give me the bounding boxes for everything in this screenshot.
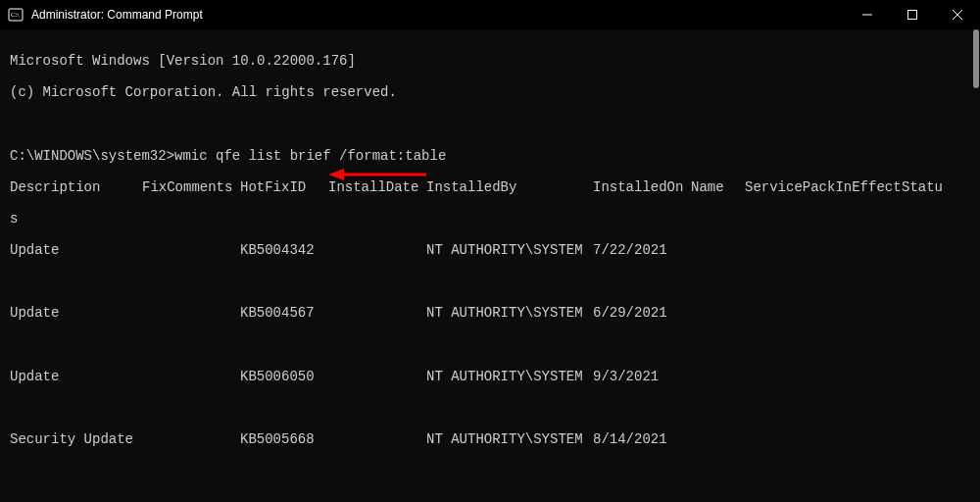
terminal-output[interactable]: Microsoft Windows [Version 10.0.22000.17… (0, 29, 980, 502)
table-row: UpdateKB5004567NT AUTHORITY\SYSTEM6/29/2… (10, 305, 970, 321)
window-controls (845, 0, 980, 29)
cell-description: Update (10, 242, 142, 258)
cell-installedby: NT AUTHORITY\SYSTEM (426, 431, 593, 447)
maximize-button[interactable] (890, 0, 935, 29)
cell-installedby: NT AUTHORITY\SYSTEM (426, 305, 593, 321)
cell-installedon: 6/29/2021 (593, 305, 691, 321)
banner-line2: (c) Microsoft Corporation. All rights re… (10, 84, 970, 100)
cmd-icon: C:\ (8, 7, 24, 23)
table-headers: DescriptionFixCommentsHotFixIDInstallDat… (10, 179, 970, 195)
cell-installedby: NT AUTHORITY\SYSTEM (426, 242, 593, 258)
cell-fixcomments (142, 431, 240, 447)
svg-rect-3 (908, 11, 917, 20)
header-installedby: InstalledBy (426, 179, 593, 195)
banner-line1: Microsoft Windows [Version 10.0.22000.17… (10, 53, 970, 69)
cell-hotfixid: KB5006050 (240, 369, 328, 384)
prompt: C:\WINDOWS\system32> (10, 148, 174, 164)
cell-installedon: 9/3/2021 (593, 369, 691, 384)
cell-installedon: 8/14/2021 (593, 431, 691, 447)
scrollbar-thumb[interactable] (973, 29, 979, 88)
header-installdate: InstallDate (328, 179, 426, 195)
header-status-wrap: s (10, 211, 970, 226)
cell-hotfixid: KB5004567 (240, 305, 328, 321)
header-name: Name (691, 179, 745, 195)
svg-text:C:\: C:\ (11, 11, 20, 19)
command-text: wmic qfe list brief /format:table (174, 148, 446, 164)
cell-installdate (328, 242, 426, 258)
cell-installdate (328, 431, 426, 447)
titlebar[interactable]: C:\ Administrator: Command Prompt (0, 0, 980, 29)
header-hotfixid: HotFixID (240, 179, 328, 195)
header-servicepack: ServicePackInEffect (745, 179, 902, 195)
window-title: Administrator: Command Prompt (31, 8, 203, 22)
cell-fixcomments (142, 242, 240, 258)
table-row: UpdateKB5006050NT AUTHORITY\SYSTEM9/3/20… (10, 369, 970, 384)
cell-hotfixid: KB5005668 (240, 431, 328, 447)
table-row: Security UpdateKB5005668NT AUTHORITY\SYS… (10, 431, 970, 447)
cell-fixcomments (142, 305, 240, 321)
close-button[interactable] (935, 0, 980, 29)
cell-installdate (328, 369, 426, 384)
cell-installedby: NT AUTHORITY\SYSTEM (426, 369, 593, 384)
cell-installedon: 7/22/2021 (593, 242, 691, 258)
cell-fixcomments (142, 369, 240, 384)
header-fixcomments: FixComments (142, 179, 240, 195)
scrollbar-track[interactable] (965, 29, 979, 501)
minimize-button[interactable] (845, 0, 890, 29)
header-installedon: InstalledOn (593, 179, 691, 195)
header-status: Statu (902, 179, 951, 195)
cell-hotfixid: KB5004342 (240, 242, 328, 258)
cell-description: Update (10, 305, 142, 321)
table-row: UpdateKB5004342NT AUTHORITY\SYSTEM7/22/2… (10, 242, 970, 258)
cell-installdate (328, 305, 426, 321)
command-line: C:\WINDOWS\system32>wmic qfe list brief … (10, 148, 970, 164)
titlebar-left: C:\ Administrator: Command Prompt (8, 7, 203, 23)
cell-description: Update (10, 369, 142, 384)
header-description: Description (10, 179, 142, 195)
cell-description: Security Update (10, 431, 142, 447)
